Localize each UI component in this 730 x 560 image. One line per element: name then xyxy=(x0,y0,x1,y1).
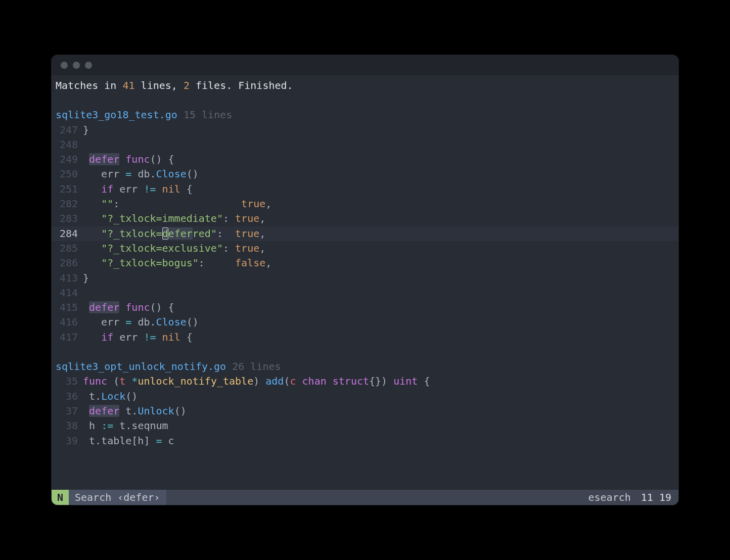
code-text: err = db.Close() xyxy=(83,315,678,330)
editor-content[interactable]: Matches in 41 lines, 2 files. Finished.s… xyxy=(52,75,678,490)
code-text: defer t.Unlock() xyxy=(83,404,678,418)
code-text: "?_txlock=immediate": true, xyxy=(83,211,678,226)
line-number: 251 xyxy=(52,182,83,197)
line-number: 249 xyxy=(52,152,83,167)
file-line-count: 26 lines xyxy=(232,360,281,372)
search-summary: Matches in 41 lines, 2 files. Finished. xyxy=(52,78,678,93)
line-number: 38 xyxy=(52,418,83,433)
line-number: 39 xyxy=(52,434,83,448)
code-text: t.Lock() xyxy=(83,389,678,404)
search-result-line[interactable]: 38 h := t.seqnum xyxy=(52,418,678,433)
file-header[interactable]: sqlite3_go18_test.go 15 lines xyxy=(52,108,678,122)
code-text: defer func() { xyxy=(83,152,678,167)
search-result-line[interactable]: 39 t.table[h] = c xyxy=(52,434,678,448)
search-result-line[interactable]: 35func (t *unlock_notify_table) add(c ch… xyxy=(52,374,678,389)
search-result-line[interactable]: 413} xyxy=(52,271,678,286)
line-number: 250 xyxy=(52,167,83,181)
line-number: 248 xyxy=(52,137,83,152)
status-fill xyxy=(166,490,581,505)
search-result-line[interactable]: 415 defer func() { xyxy=(52,300,678,315)
code-text: "?_txlock=exclusive": true, xyxy=(83,241,678,256)
code-text: } xyxy=(83,123,678,137)
line-number: 415 xyxy=(52,300,83,315)
search-result-line[interactable]: 248 xyxy=(52,137,678,152)
search-result-line[interactable]: 284 "?_txlock=deferred": true, xyxy=(52,226,678,241)
minimize-icon[interactable] xyxy=(73,62,80,69)
line-number: 36 xyxy=(52,389,83,404)
code-text: "": true, xyxy=(83,197,678,211)
line-number: 413 xyxy=(52,271,83,286)
search-result-line[interactable]: 414 xyxy=(52,286,678,300)
code-text: "?_txlock=deferred": true, xyxy=(83,226,678,241)
line-number: 417 xyxy=(52,330,83,345)
search-result-line[interactable]: 285 "?_txlock=exclusive": true, xyxy=(52,241,678,256)
line-number: 416 xyxy=(52,315,83,330)
statusbar: N Search ‹defer› esearch 11 19 xyxy=(52,490,678,505)
line-number: 283 xyxy=(52,211,83,226)
search-result-line[interactable]: 251 if err != nil { xyxy=(52,182,678,197)
line-number: 414 xyxy=(52,286,83,300)
zoom-icon[interactable] xyxy=(85,62,92,69)
line-number: 284 xyxy=(52,226,83,241)
line-number: 285 xyxy=(52,241,83,256)
code-text: t.table[h] = c xyxy=(83,434,678,448)
search-result-line[interactable]: 249 defer func() { xyxy=(52,152,678,167)
file-header[interactable]: sqlite3_opt_unlock_notify.go 26 lines xyxy=(52,359,678,374)
code-text: h := t.seqnum xyxy=(83,418,678,433)
status-buffer-title: Search ‹defer› xyxy=(69,490,166,505)
search-result-line[interactable]: 282 "": true, xyxy=(52,197,678,211)
status-mode-indicator: N xyxy=(52,490,69,505)
file-name[interactable]: sqlite3_opt_unlock_notify.go xyxy=(56,360,226,372)
titlebar xyxy=(52,55,678,75)
search-result-line[interactable]: 286 "?_txlock=bogus": false, xyxy=(52,256,678,270)
search-result-line[interactable]: 36 t.Lock() xyxy=(52,389,678,404)
line-number: 247 xyxy=(52,123,83,137)
line-number: 37 xyxy=(52,404,83,418)
search-result-line[interactable]: 247} xyxy=(52,123,678,137)
code-text: defer func() { xyxy=(83,300,678,315)
file-name[interactable]: sqlite3_go18_test.go xyxy=(56,109,177,121)
file-line-count: 15 lines xyxy=(184,109,232,121)
code-text xyxy=(83,286,678,300)
code-text: if err != nil { xyxy=(83,330,678,345)
search-result-line[interactable]: 283 "?_txlock=immediate": true, xyxy=(52,211,678,226)
search-result-line[interactable]: 416 err = db.Close() xyxy=(52,315,678,330)
line-number: 286 xyxy=(52,256,83,270)
code-text: } xyxy=(83,271,678,286)
search-result-line[interactable]: 37 defer t.Unlock() xyxy=(52,404,678,418)
line-number: 282 xyxy=(52,197,83,211)
close-icon[interactable] xyxy=(61,62,68,69)
code-text xyxy=(83,137,678,152)
code-text: if err != nil { xyxy=(83,182,678,197)
status-cursor-position: 11 19 xyxy=(638,490,678,505)
terminal-window: Matches in 41 lines, 2 files. Finished.s… xyxy=(52,55,678,505)
status-mode-name: esearch xyxy=(581,490,637,505)
line-number: 35 xyxy=(52,374,83,389)
search-result-line[interactable]: 417 if err != nil { xyxy=(52,330,678,345)
code-text: err = db.Close() xyxy=(83,167,678,181)
code-text: func (t *unlock_notify_table) add(c chan… xyxy=(83,374,678,389)
code-text: "?_txlock=bogus": false, xyxy=(83,256,678,270)
search-result-line[interactable]: 250 err = db.Close() xyxy=(52,167,678,181)
